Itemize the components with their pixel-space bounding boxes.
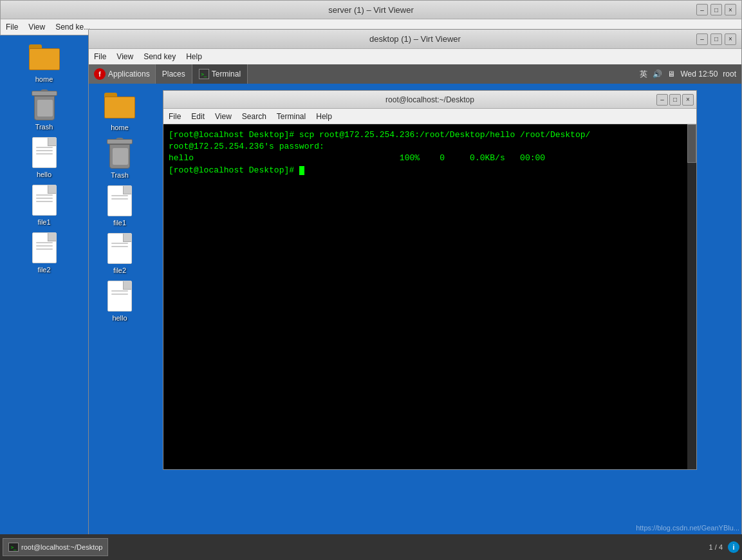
terminal-menu-view[interactable]: View xyxy=(215,112,232,121)
trash-shape xyxy=(32,89,57,120)
tray-user: root xyxy=(723,70,736,79)
inner-hello-shape xyxy=(107,281,132,312)
server-icon-home[interactable]: home xyxy=(19,42,70,83)
server-close-btn[interactable]: × xyxy=(725,4,736,15)
home-folder-icon-img xyxy=(29,42,60,73)
inner-icon-hello[interactable]: hello xyxy=(94,281,145,322)
terminal-titlebar: root@localhost:~/Desktop – □ × xyxy=(163,91,696,109)
inner-folder-shape xyxy=(104,93,135,118)
terminal-content[interactable]: [root@localhost Desktop]# scp root@172.2… xyxy=(163,124,696,469)
terminal-scrollbar[interactable] xyxy=(687,124,696,469)
terminal-window: root@localhost:~/Desktop – □ × File Edit… xyxy=(163,90,697,470)
server-menu-sendkey[interactable]: Send ke... xyxy=(55,23,90,32)
terminal-restore-btn[interactable]: □ xyxy=(669,94,681,106)
inner-icon-file1[interactable]: file1 xyxy=(94,185,145,227)
inner-trash-lid xyxy=(107,139,133,144)
terminal-menu-file[interactable]: File xyxy=(169,112,181,121)
inner-desktop: f Applications Places >_ Terminal 英 🔊 🖥 … xyxy=(89,64,741,559)
desktop-menu-help[interactable]: Help xyxy=(186,52,202,61)
server-minimize-btn[interactable]: – xyxy=(696,4,708,15)
inner-file2-shape xyxy=(107,233,132,264)
tray-screen[interactable]: 🖥 xyxy=(667,70,675,79)
file2-icon-img xyxy=(29,232,60,263)
tray-vol[interactable]: 🔊 xyxy=(653,70,662,79)
server-viewer-controls: – □ × xyxy=(696,4,736,15)
server-icon-hello[interactable]: hello xyxy=(19,137,70,178)
desktop-restore-btn[interactable]: □ xyxy=(710,33,722,45)
terminal-menu-help[interactable]: Help xyxy=(316,112,332,121)
trash-icon-label: Trash xyxy=(35,123,53,131)
inner-hello-line-2 xyxy=(111,294,128,295)
trash-icon-img-wrap xyxy=(29,89,60,120)
file2-shape xyxy=(32,232,57,263)
file-line-3 xyxy=(36,153,53,154)
file2-lines xyxy=(36,242,53,252)
server-icon-trash[interactable]: Trash xyxy=(19,89,70,131)
server-icon-file2[interactable]: file2 xyxy=(19,232,70,274)
inner-trash-body xyxy=(109,144,130,169)
tray-lang[interactable]: 英 xyxy=(640,69,647,80)
file2-line-1 xyxy=(36,242,53,243)
trash-body xyxy=(34,96,55,120)
places-menu[interactable]: Places xyxy=(156,64,192,84)
terminal-close-btn[interactable]: × xyxy=(682,94,694,106)
terminal-minimize-btn[interactable]: – xyxy=(656,94,668,106)
inner-icon-home[interactable]: home xyxy=(94,90,145,131)
inner-icon-trash[interactable]: Trash xyxy=(94,138,145,179)
inner-taskbar: f Applications Places >_ Terminal 英 🔊 🖥 … xyxy=(89,64,741,84)
hello-icon-label: hello xyxy=(37,171,51,178)
desktop-menu-file[interactable]: File xyxy=(94,52,106,61)
inner-file2-lines xyxy=(111,243,128,249)
inner-file2-img xyxy=(104,233,135,264)
taskbar-terminal-icon: >_ xyxy=(8,543,19,552)
inner-file1-img xyxy=(104,185,135,216)
inner-file1-line-2 xyxy=(111,198,128,200)
home-folder-shape xyxy=(29,44,60,70)
terminal-menu-edit[interactable]: Edit xyxy=(191,112,205,121)
terminal-menu-label: Terminal xyxy=(212,70,241,79)
desktop-viewer-controls: – □ × xyxy=(696,33,736,45)
file1-line-2 xyxy=(36,198,53,199)
inner-trash-img xyxy=(104,138,135,169)
trash-lid xyxy=(32,91,57,96)
applications-menu[interactable]: f Applications xyxy=(89,64,156,84)
file-line-1 xyxy=(36,147,53,148)
server-restore-btn[interactable]: □ xyxy=(710,4,722,15)
inner-icon-file2[interactable]: file2 xyxy=(94,233,145,274)
terminal-menu-terminal[interactable]: Terminal xyxy=(277,112,306,121)
scrollbar-thumb[interactable] xyxy=(687,124,696,163)
hello-file-icon-img xyxy=(29,137,60,168)
desktop-minimize-btn[interactable]: – xyxy=(696,33,708,45)
home-icon-label: home xyxy=(35,75,53,83)
terminal-small-icon: >_ xyxy=(199,69,209,79)
file-lines xyxy=(36,147,53,156)
inner-hello-img xyxy=(104,281,135,312)
taskbar-terminal-label: root@localhost:~/Desktop xyxy=(21,543,102,551)
server-menu-view[interactable]: View xyxy=(28,23,45,32)
desktop-viewer-titlebar: desktop (1) – Virt Viewer – □ × xyxy=(89,30,741,49)
server-menu-file[interactable]: File xyxy=(6,23,18,32)
taskbar-terminal-btn[interactable]: >_ root@localhost:~/Desktop xyxy=(3,538,108,556)
file1-line-1 xyxy=(36,194,53,196)
terminal-menu-btn[interactable]: >_ Terminal xyxy=(192,64,248,84)
server-icon-file1[interactable]: file1 xyxy=(19,185,70,226)
desktop-viewer-window: desktop (1) – Virt Viewer – □ × File Vie… xyxy=(88,29,742,560)
info-icon[interactable]: i xyxy=(728,541,739,553)
desktop-menu-view[interactable]: View xyxy=(116,52,133,61)
desktop-close-btn[interactable]: × xyxy=(725,33,736,45)
inner-home-label: home xyxy=(111,124,129,131)
server-desktop-area: home Trash hello xyxy=(0,35,88,534)
inner-file2-line-2 xyxy=(111,246,128,247)
inner-file2-line-1 xyxy=(111,243,128,244)
hello-file-shape xyxy=(32,137,57,168)
inner-file2-label: file2 xyxy=(113,266,126,274)
desktop-menubar: File View Send key Help xyxy=(89,49,741,64)
desktop-menu-sendkey[interactable]: Send key xyxy=(144,52,176,61)
inner-file1-line-1 xyxy=(111,195,128,196)
inner-folder-body xyxy=(104,97,135,118)
file2-icon-label: file2 xyxy=(37,266,50,274)
inner-home-img xyxy=(104,90,135,121)
outer-bottom-taskbar: >_ root@localhost:~/Desktop 1 / 4 i xyxy=(0,534,742,560)
terminal-menu-search[interactable]: Search xyxy=(242,112,266,121)
file2-line-2 xyxy=(36,245,53,247)
